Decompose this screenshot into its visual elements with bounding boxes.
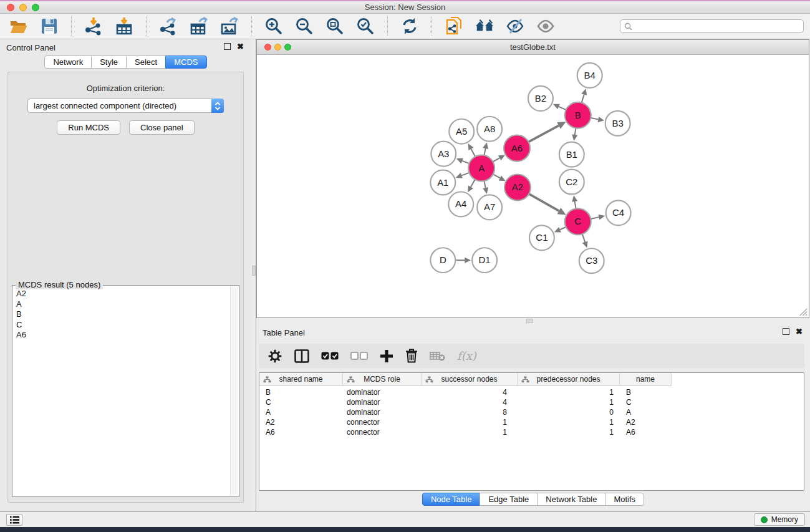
zoom-fit-icon[interactable] [325,16,345,36]
tab-network-table[interactable]: Network Table [537,493,605,506]
column-layout-icon[interactable] [294,349,309,363]
graph-node-A[interactable]: A [468,155,494,181]
bird-view-eye-icon[interactable] [536,16,556,36]
import-network-icon[interactable] [84,16,104,36]
graph-edge-A-A6[interactable] [493,155,504,162]
refresh-icon[interactable] [400,16,420,36]
graph-edge-B-B4[interactable] [581,89,587,103]
search-field[interactable] [620,19,804,33]
graph-edge-A6-B[interactable] [528,122,566,142]
splitter-grip[interactable] [526,319,533,323]
graph-edge-A-A2[interactable] [493,174,506,181]
tab-network[interactable]: Network [44,56,92,69]
tab-motifs[interactable]: Motifs [605,493,644,506]
float-panel-icon[interactable] [224,43,231,50]
tab-node-table[interactable]: Node Table [422,493,481,506]
graph-edge-B-B2[interactable] [553,104,566,110]
show-all-networks-icon[interactable] [475,16,494,36]
graph-node-C[interactable]: C [565,208,591,235]
add-column-icon[interactable] [380,349,393,363]
graph-edge-A-A8[interactable] [483,142,488,155]
search-input[interactable] [635,22,799,31]
delete-columns-trash-icon[interactable] [405,349,418,363]
graph-node-A5[interactable]: A5 [449,119,474,144]
save-session-icon[interactable] [39,16,59,36]
graph-edge-C-C2[interactable] [572,195,577,208]
graph-node-B[interactable]: B [565,102,591,128]
result-scrollbar[interactable] [230,286,238,496]
close-panel-icon[interactable]: ✖ [237,43,244,50]
result-item[interactable]: B [16,309,230,320]
tab-select[interactable]: Select [126,56,166,69]
tab-edge-table[interactable]: Edge Table [480,493,538,506]
unselect-all-columns-icon[interactable] [350,352,368,360]
vertical-splitter[interactable] [251,39,256,511]
column-header-predecessor-nodes[interactable]: predecessor nodes [518,373,620,386]
graph-edge-A-A3[interactable] [456,158,470,164]
import-table-icon[interactable] [114,16,134,36]
graph-node-C1[interactable]: C1 [529,225,554,250]
table-row[interactable]: Cdominator41C [259,397,804,407]
select-all-columns-icon[interactable] [321,352,339,360]
run-mcds-button[interactable]: Run MCDS [57,120,120,135]
graph-edge-C-C1[interactable] [554,227,566,232]
graph-node-A7[interactable]: A7 [477,195,502,220]
criterion-dropdown[interactable]: largest connected component (directed) [27,99,224,113]
graph-node-C3[interactable]: C3 [579,248,604,273]
memory-button[interactable]: Memory [754,513,805,526]
graph-edge-A-A7[interactable] [483,181,488,194]
graph-edge-A-A4[interactable] [468,180,475,193]
graph-edge-B-B3[interactable] [591,117,604,122]
graph-edge-A-A1[interactable] [456,173,470,178]
graph-edge-D-D1[interactable] [456,258,471,263]
table-row[interactable]: A6connector11A6 [259,427,804,437]
horizontal-splitter[interactable] [256,318,810,324]
graph-edge-A2-C[interactable] [529,194,566,215]
export-network-icon[interactable] [158,16,178,36]
splitter-grip[interactable] [252,266,256,276]
zoom-selected-icon[interactable] [355,16,375,36]
column-header-name[interactable]: name [620,373,672,386]
graph-node-D1[interactable]: D1 [472,248,497,273]
result-item[interactable]: C [16,320,230,331]
graph-node-C2[interactable]: C2 [559,170,584,195]
graph-node-A2[interactable]: A2 [504,175,531,201]
window-resize-grip[interactable] [799,308,808,316]
open-session-icon[interactable] [9,16,29,36]
delete-table-icon[interactable] [430,351,445,361]
export-table-icon[interactable] [189,16,209,36]
network-canvas[interactable]: B4B2BB3B1A5A8A6A3AA1C2A2A4A7C4CC1C3DD1 [257,56,809,317]
graph-node-B2[interactable]: B2 [528,86,553,111]
hide-graphics-details-icon[interactable] [505,16,525,36]
zoom-out-icon[interactable] [294,16,314,36]
result-item[interactable]: A2 [16,289,230,299]
graph-node-A1[interactable]: A1 [430,170,455,195]
zoom-in-icon[interactable] [264,16,284,36]
graph-node-B3[interactable]: B3 [605,111,630,136]
graph-edge-C-C3[interactable] [582,234,588,248]
graph-edge-C-C4[interactable] [591,215,605,220]
tab-mcds[interactable]: MCDS [165,56,206,69]
result-item[interactable]: A [16,299,230,310]
function-builder-icon[interactable]: f(x) [457,349,476,362]
table-row[interactable]: A2connector11A2 [259,417,804,427]
result-item[interactable]: A6 [16,330,230,341]
export-image-icon[interactable] [219,16,239,36]
task-history-button[interactable] [6,514,22,526]
float-panel-icon[interactable] [783,328,789,335]
new-network-from-selection-icon[interactable] [444,16,464,36]
column-settings-gear-icon[interactable] [268,349,282,364]
column-header-successor-nodes[interactable]: successor nodes [422,373,518,386]
close-panel-icon[interactable]: ✖ [796,328,803,335]
graph-node-C4[interactable]: C4 [606,200,631,225]
graph-node-B1[interactable]: B1 [559,142,584,167]
graph-node-D[interactable]: D [430,248,455,273]
graph-edge-A-A5[interactable] [468,143,475,157]
graph-node-A6[interactable]: A6 [504,135,530,162]
column-header-shared-name[interactable]: shared name [259,373,343,386]
graph-node-A4[interactable]: A4 [448,191,473,216]
network-window-titlebar[interactable]: testGlobe.txt [257,40,809,55]
graph-node-A8[interactable]: A8 [477,117,502,142]
graph-edge-B-B1[interactable] [572,128,577,140]
graph-node-A3[interactable]: A3 [431,142,456,167]
